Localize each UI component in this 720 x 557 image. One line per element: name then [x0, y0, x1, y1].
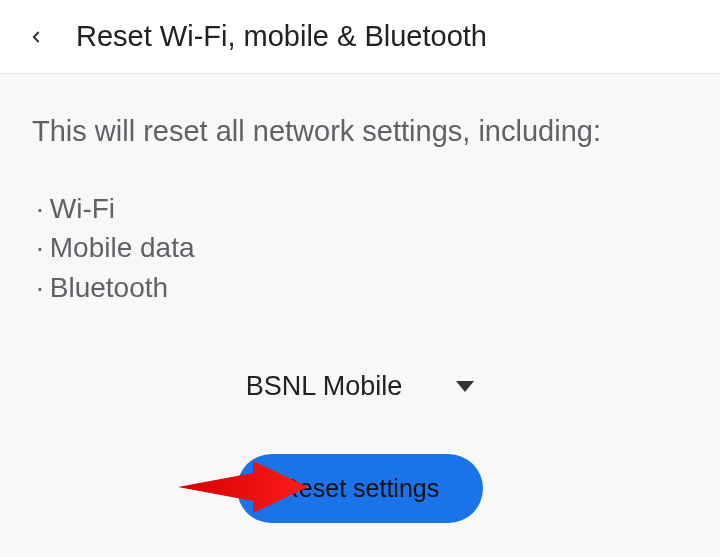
chevron-down-icon	[456, 381, 474, 392]
content-area: This will reset all network settings, in…	[0, 74, 720, 557]
carrier-selector[interactable]: BSNL Mobile	[32, 371, 688, 402]
carrier-label: BSNL Mobile	[246, 371, 403, 402]
reset-settings-button[interactable]: Reset settings	[237, 454, 483, 523]
description-text: This will reset all network settings, in…	[32, 112, 688, 151]
list-item: Wi-Fi	[36, 189, 688, 228]
list-item: Bluetooth	[36, 268, 688, 307]
back-icon[interactable]	[24, 25, 48, 49]
reset-items-list: Wi-Fi Mobile data Bluetooth	[32, 189, 688, 307]
header: Reset Wi-Fi, mobile & Bluetooth	[0, 0, 720, 74]
list-item: Mobile data	[36, 228, 688, 267]
page-title: Reset Wi-Fi, mobile & Bluetooth	[76, 20, 487, 53]
button-row: Reset settings	[32, 454, 688, 523]
